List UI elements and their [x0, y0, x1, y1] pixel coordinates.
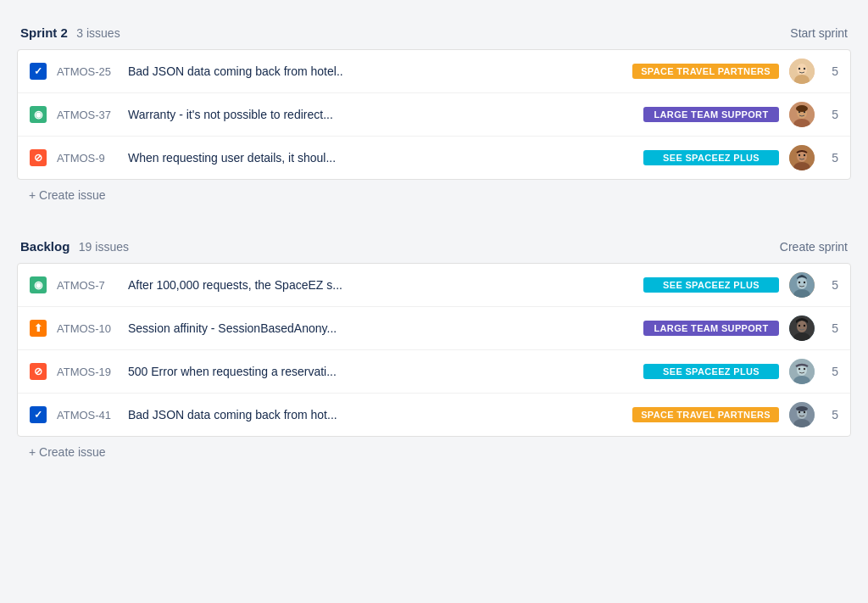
svg-point-10	[796, 105, 808, 112]
issue-row[interactable]: ✓ ATMOS-41 Bad JSON data coming back fro…	[18, 394, 850, 436]
issue-row[interactable]: ◉ ATMOS-37 Warranty - it's not possible …	[18, 93, 850, 137]
done-icon: ✓	[30, 63, 47, 80]
issue-key: ATMOS-19	[57, 366, 118, 378]
issue-title: When requesting user details, it shoul..…	[128, 151, 633, 165]
svg-point-14	[798, 154, 800, 156]
issue-row[interactable]: ✓ ATMOS-25 Bad JSON data coming back fro…	[18, 50, 850, 93]
story-icon: ◉	[30, 276, 47, 293]
avatar	[789, 402, 815, 427]
issue-row[interactable]: ⊘ ATMOS-9 When requesting user details, …	[18, 137, 850, 179]
svg-point-20	[804, 282, 805, 283]
issue-title: After 100,000 requests, the SpaceEZ s...	[128, 278, 633, 292]
issue-row[interactable]: ◉ ATMOS-7 After 100,000 requests, the Sp…	[18, 264, 850, 307]
issue-title: Session affinity - SessionBasedAnony...	[128, 321, 633, 335]
svg-point-4	[804, 68, 805, 70]
issue-tag: SPACE TRAVEL PARTNERS	[632, 407, 779, 422]
start-sprint-button[interactable]: Start sprint	[790, 26, 848, 40]
improvement-icon: ⬆	[30, 320, 47, 337]
svg-point-1	[797, 64, 807, 75]
backlog-count: 19 issues	[79, 240, 129, 254]
avatar	[789, 359, 815, 384]
svg-point-34	[798, 411, 800, 413]
sprint-create-issue-button[interactable]: + Create issue	[17, 180, 851, 210]
story-points: 5	[825, 408, 838, 422]
sprint-header: Sprint 2 3 issues Start sprint	[17, 17, 851, 49]
svg-point-35	[804, 411, 805, 413]
story-icon: ◉	[30, 106, 47, 123]
story-points: 5	[825, 365, 838, 378]
issue-title: Bad JSON data coming back from hotel..	[128, 64, 622, 78]
sprint-section: Sprint 2 3 issues Start sprint ✓ ATMOS-2…	[17, 17, 851, 210]
backlog-header: Backlog 19 issues Create sprint	[17, 231, 851, 263]
backlog-create-issue-button[interactable]: + Create issue	[17, 437, 851, 467]
story-points: 5	[825, 108, 838, 121]
issue-tag: SEE SPACEEZ PLUS	[643, 364, 779, 379]
bug-icon: ⊘	[30, 363, 47, 380]
issue-title: Warranty - it's not possible to redirect…	[128, 108, 633, 121]
issue-key: ATMOS-25	[57, 65, 118, 78]
bug-icon: ⊘	[30, 149, 47, 166]
svg-point-17	[797, 277, 807, 289]
backlog-section: Backlog 19 issues Create sprint ◉ ATMOS-…	[17, 231, 851, 467]
avatar	[789, 272, 815, 298]
svg-point-25	[804, 325, 805, 327]
sprint-issues-container: ✓ ATMOS-25 Bad JSON data coming back fro…	[17, 49, 851, 180]
issue-tag: SPACE TRAVEL PARTNERS	[632, 64, 779, 79]
backlog-title: Backlog	[20, 239, 70, 254]
issue-key: ATMOS-37	[57, 109, 118, 121]
avatar	[789, 102, 815, 127]
svg-point-30	[804, 368, 805, 370]
issue-key: ATMOS-7	[57, 279, 118, 292]
issue-title: 500 Error when requesting a reservati...	[128, 365, 633, 378]
avatar	[789, 145, 815, 170]
svg-point-3	[798, 68, 800, 70]
issue-key: ATMOS-41	[57, 409, 118, 422]
svg-point-15	[804, 154, 805, 156]
done-icon: ✓	[30, 406, 47, 423]
avatar	[789, 59, 815, 84]
issue-title: Bad JSON data coming back from hot...	[128, 408, 622, 422]
issue-key: ATMOS-10	[57, 322, 118, 335]
svg-point-29	[798, 368, 800, 370]
issue-row[interactable]: ⊘ ATMOS-19 500 Error when requesting a r…	[18, 350, 850, 394]
story-points: 5	[825, 278, 838, 292]
avatar	[789, 315, 815, 341]
issue-tag: SEE SPACEEZ PLUS	[643, 277, 779, 293]
issue-tag: SEE SPACEEZ PLUS	[643, 150, 779, 165]
svg-point-22	[797, 321, 807, 332]
svg-point-36	[796, 406, 808, 411]
sprint-title: Sprint 2	[20, 25, 68, 40]
story-points: 5	[825, 64, 838, 78]
backlog-issues-container: ◉ ATMOS-7 After 100,000 requests, the Sp…	[17, 263, 851, 437]
svg-point-19	[798, 282, 800, 283]
issue-key: ATMOS-9	[57, 152, 118, 165]
story-points: 5	[825, 151, 838, 165]
issue-row[interactable]: ⬆ ATMOS-10 Session affinity - SessionBas…	[18, 307, 850, 350]
story-points: 5	[825, 321, 838, 335]
svg-point-24	[798, 325, 800, 327]
issue-tag: LARGE TEAM SUPPORT	[643, 321, 779, 336]
create-sprint-button[interactable]: Create sprint	[780, 240, 848, 254]
issue-tag: LARGE TEAM SUPPORT	[643, 107, 779, 122]
sprint-count: 3 issues	[76, 26, 120, 40]
